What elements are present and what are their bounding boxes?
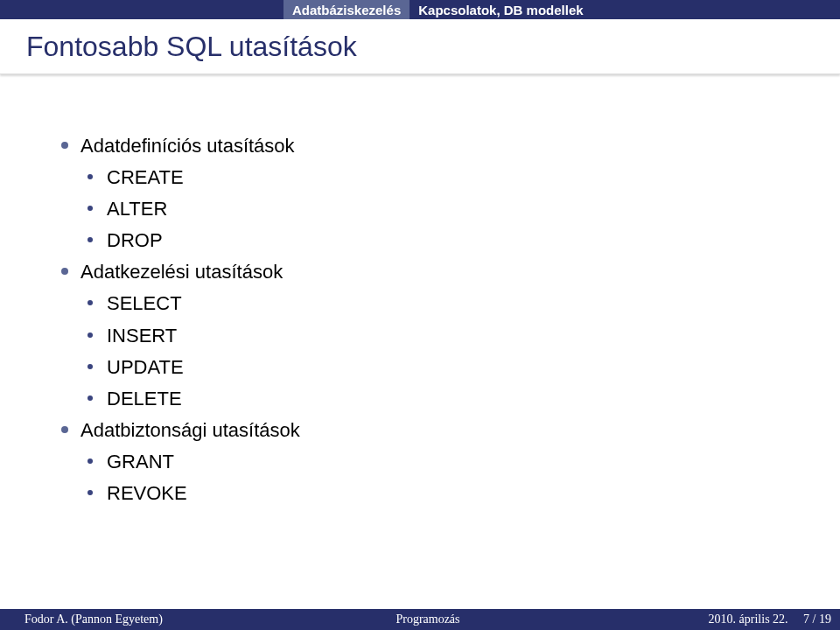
footer-bar: Fodor A. (Pannon Egyetem) Programozás 20… [0,609,840,630]
sub-bullet: DELETE [88,384,805,414]
sub-bullet: UPDATE [88,353,805,382]
sub-bullet-label: ALTER [107,198,167,220]
nav-subsection[interactable]: Kapcsolatok, DB modellek [410,0,592,19]
slide-body: Adatdefiníciós utasítások CREATE ALTER D… [61,131,805,510]
sub-bullet: INSERT [88,321,805,351]
sub-bullet: SELECT [88,289,805,318]
slide-title-block: Fontosabb SQL utasítások [0,19,840,74]
sub-bullet-label: REVOKE [107,482,187,504]
footer-page: 7 / 19 [803,612,831,626]
bullet-label: Adatbiztonsági utasítások [80,419,300,441]
footer-author: Fodor A. (Pannon Egyetem) [0,612,293,626]
nav-bar: Adatbáziskezelés Kapcsolatok, DB modelle… [0,0,840,19]
bullet-label: Adatkezelési utasítások [80,261,283,283]
sub-bullet: CREATE [88,163,805,192]
slide-title: Fontosabb SQL utasítások [26,31,357,63]
sub-bullet: GRANT [88,447,805,477]
footer-right: 2010. április 22. 7 / 19 [563,612,840,626]
bullet-item: Adatdefiníciós utasítások [61,131,805,161]
sub-bullet-label: DROP [107,229,163,251]
nav-section-label: Adatbáziskezelés [292,3,401,18]
nav-section-active[interactable]: Adatbáziskezelés [284,0,410,19]
sub-bullet: ALTER [88,194,805,224]
sub-bullet-label: INSERT [107,325,177,346]
bullet-label: Adatdefiníciós utasítások [80,135,295,157]
footer-date: 2010. április 22. [709,612,788,626]
sub-bullet: REVOKE [88,479,805,508]
sub-bullet-label: UPDATE [107,356,184,378]
bullet-item: Adatbiztonsági utasítások [61,416,805,445]
sub-bullet: DROP [88,226,805,256]
bullet-item: Adatkezelési utasítások [61,257,805,287]
sub-bullet-label: CREATE [107,166,184,188]
sub-bullet-label: GRANT [107,451,174,472]
footer-course: Programozás [293,612,562,626]
nav-subsection-label: Kapcsolatok, DB modellek [418,3,583,18]
sub-bullet-label: DELETE [107,388,182,410]
sub-bullet-label: SELECT [107,292,182,314]
